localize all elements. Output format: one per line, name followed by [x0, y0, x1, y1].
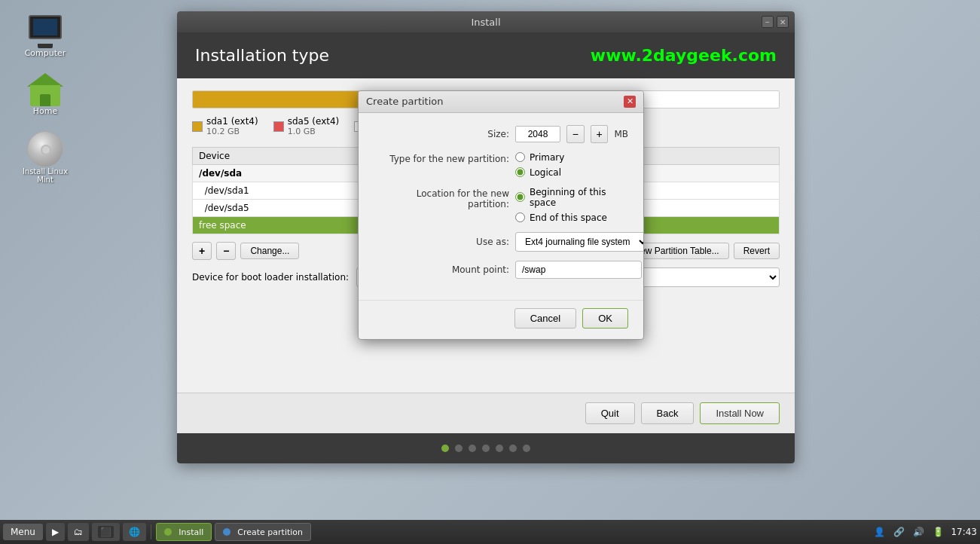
size-decrease-button[interactable]: −: [566, 125, 585, 143]
create-partition-label: Create partition: [237, 527, 303, 537]
location-end-option[interactable]: End of this space: [515, 212, 628, 223]
create-partition-dialog: Create partition ✕ Size: − + MB Type for…: [358, 90, 644, 340]
user-icon[interactable]: 👤: [872, 525, 886, 539]
install-mint-icon-label: Install Linux Mint: [15, 167, 75, 184]
type-radio-group: Primary Logical: [515, 152, 564, 178]
sound-icon[interactable]: 🔊: [911, 525, 925, 539]
location-end-label: End of this space: [530, 212, 607, 223]
dialog-body: Size: − + MB Type for the new partition:…: [359, 113, 643, 300]
type-primary-label: Primary: [530, 152, 564, 163]
use-as-select[interactable]: Ext4 journaling file system: [515, 232, 644, 252]
battery-icon[interactable]: 🔋: [931, 525, 945, 539]
type-label: Type for the new partition:: [374, 152, 509, 164]
install-mint-icon[interactable]: Install Linux Mint: [15, 131, 75, 184]
mount-input[interactable]: [515, 261, 642, 279]
location-beginning-radio[interactable]: [515, 192, 525, 202]
size-label: Size:: [374, 129, 509, 139]
type-logical-radio[interactable]: [515, 167, 525, 177]
mount-point-row: Mount point: ▼: [374, 261, 628, 279]
taskbar-app-terminal[interactable]: ⬛: [92, 523, 120, 541]
type-row: Type for the new partition: Primary Logi…: [374, 152, 628, 178]
install-task-label: Install: [179, 527, 203, 537]
use-as-label: Use as:: [374, 237, 509, 247]
network-icon[interactable]: 🔗: [892, 525, 905, 539]
home-icon-label: Home: [33, 106, 57, 116]
size-row: Size: − + MB: [374, 125, 628, 143]
taskbar-app-browser[interactable]: 🌐: [123, 523, 146, 541]
create-partition-indicator: [223, 528, 230, 536]
taskbar-app-files[interactable]: 🗂: [68, 523, 89, 541]
home-icon[interactable]: Home: [15, 73, 75, 116]
taskbar-install-task[interactable]: Install: [156, 523, 212, 541]
desktop-icons: Computer Home Install Linux Mint: [15, 15, 75, 184]
dialog-title: Create partition: [366, 96, 444, 107]
size-increase-button[interactable]: +: [591, 125, 609, 143]
taskbar-right: 👤 🔗 🔊 🔋 17:43: [872, 525, 977, 539]
dialog-close-button[interactable]: ✕: [624, 96, 636, 108]
computer-icon-label: Computer: [25, 48, 66, 58]
menu-button[interactable]: Menu: [3, 524, 43, 540]
installer-window: Install − ✕ Installation type www.2dayge…: [177, 11, 795, 463]
mount-label: Mount point:: [374, 264, 509, 275]
location-beginning-label: Beginning of this space: [530, 187, 628, 208]
cancel-button[interactable]: Cancel: [514, 308, 576, 329]
type-primary-radio[interactable]: [515, 152, 525, 162]
dialog-footer: Cancel OK: [359, 300, 643, 339]
dialog-overlay: Create partition ✕ Size: − + MB Type for…: [177, 11, 795, 463]
desktop: Computer Home Install Linux Mint Install…: [0, 0, 980, 544]
location-label: Location for the new partition:: [374, 187, 509, 209]
location-end-radio[interactable]: [515, 212, 525, 222]
taskbar: Menu ▶ 🗂 ⬛ 🌐 Install Create partition 👤 …: [0, 520, 980, 544]
taskbar-sep-1: [151, 524, 151, 539]
use-as-row: Use as: Ext4 journaling file system: [374, 232, 628, 252]
taskbar-app-1[interactable]: ▶: [46, 523, 65, 541]
location-row: Location for the new partition: Beginnin…: [374, 187, 628, 223]
menu-label: Menu: [11, 527, 35, 537]
dialog-titlebar: Create partition ✕: [359, 91, 643, 113]
ok-button[interactable]: OK: [582, 308, 628, 329]
taskbar-create-partition-task[interactable]: Create partition: [215, 523, 311, 541]
location-radio-group: Beginning of this space End of this spac…: [515, 187, 628, 223]
install-task-indicator: [164, 528, 172, 536]
type-primary-option[interactable]: Primary: [515, 152, 564, 163]
size-input[interactable]: [515, 126, 560, 142]
type-logical-option[interactable]: Logical: [515, 167, 564, 178]
type-logical-label: Logical: [530, 167, 561, 178]
size-unit: MB: [614, 129, 628, 139]
location-beginning-option[interactable]: Beginning of this space: [515, 187, 628, 208]
clock: 17:43: [951, 527, 977, 537]
computer-icon[interactable]: Computer: [15, 15, 75, 58]
